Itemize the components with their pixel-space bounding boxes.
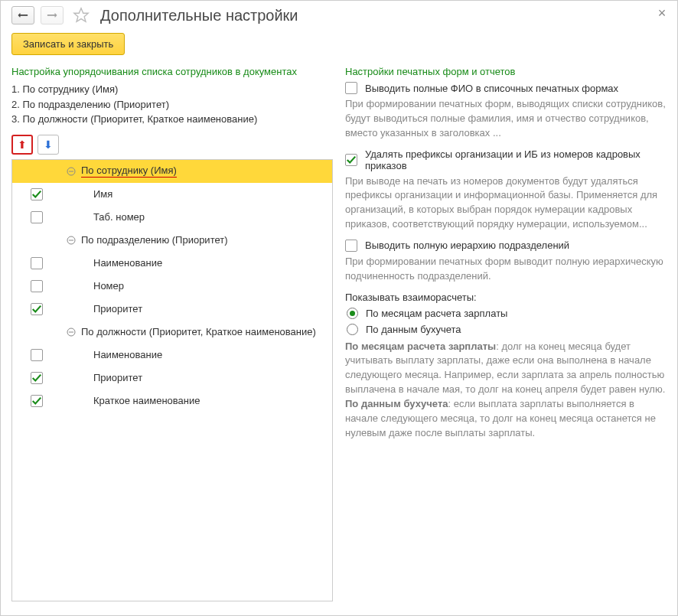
radio-by-accounting-label: По данным бухучета (366, 324, 461, 335)
delete-prefix-label: Удалять префиксы организации и ИБ из ном… (365, 148, 667, 171)
tree-item-checkbox[interactable] (31, 303, 43, 315)
arrow-down-icon: ⬇ (44, 139, 53, 150)
tree-group-label: По подразделению (Приоритет) (81, 234, 228, 246)
tree-item-label: Имя (93, 188, 112, 200)
tree-item-checkbox[interactable] (31, 280, 43, 292)
tree-item-checkbox[interactable] (31, 349, 43, 361)
full-fio-desc: При формировании печатных форм, выводящи… (345, 97, 667, 141)
tree-item-row[interactable]: Приоритет (12, 367, 332, 389)
tree-item-checkbox[interactable] (31, 211, 43, 223)
tree-item-row[interactable]: Имя (12, 183, 332, 206)
tree-item-label: Приоритет (93, 303, 142, 315)
tree-item-label: Наименование (93, 349, 162, 360)
hierarchy-checkbox[interactable] (345, 240, 357, 252)
tree-item-row[interactable]: Краткое наименование (12, 389, 332, 412)
tree-item-label: Наименование (93, 257, 162, 269)
svg-marker-0 (74, 8, 88, 21)
favorite-star-icon[interactable] (71, 5, 91, 25)
sort-tree[interactable]: По сотруднику (Имя)ИмяТаб. номерПо подра… (11, 159, 333, 602)
right-section-title: Настройки печатных форм и отчетов (345, 66, 667, 77)
tree-group-label: По должности (Приоритет, Краткое наимено… (81, 326, 316, 337)
radio-by-accounting[interactable] (347, 324, 358, 335)
tree-item-checkbox[interactable] (31, 372, 43, 384)
tree-item-row[interactable]: Наименование (12, 344, 332, 367)
radio-by-month-label: По месяцам расчета зарплаты (366, 308, 507, 319)
tree-item-label: Таб. номер (93, 211, 145, 223)
ordering-line-2: 2. По подразделению (Приоритет) (11, 97, 333, 112)
tree-item-checkbox[interactable] (31, 257, 43, 269)
tree-group-label: По сотруднику (Имя) (81, 165, 177, 178)
tree-item-label: Приоритет (93, 372, 142, 383)
collapse-icon[interactable] (66, 327, 77, 337)
radio-by-month[interactable] (347, 308, 358, 319)
save-close-button[interactable]: Записать и закрыть (11, 33, 125, 55)
hierarchy-label: Выводить полную иерархию подразделений (365, 240, 569, 251)
tree-item-row[interactable]: Таб. номер (12, 206, 332, 229)
tree-item-label: Краткое наименование (93, 395, 200, 406)
close-icon[interactable]: × (654, 5, 670, 21)
tree-item-label: Номер (93, 280, 124, 292)
tree-group-row[interactable]: По должности (Приоритет, Краткое наимено… (12, 321, 332, 344)
move-up-button[interactable]: ⬆ (11, 135, 33, 155)
tree-group-row[interactable]: По подразделению (Приоритет) (12, 229, 332, 252)
delete-prefix-desc: При выводе на печать из номеров документ… (345, 174, 667, 232)
ordering-line-3: 3. По должности (Приоритет, Краткое наим… (11, 112, 333, 127)
tree-item-checkbox[interactable] (31, 188, 43, 200)
arrow-right-icon: 🠖 (47, 10, 57, 21)
tree-group-row[interactable]: По сотруднику (Имя) (12, 160, 332, 183)
left-section-title: Настройка упорядочивания списка сотрудни… (11, 66, 333, 77)
collapse-icon[interactable] (66, 235, 77, 246)
ordering-line-1: 1. По сотруднику (Имя) (11, 82, 333, 97)
nav-forward-button[interactable]: 🠖 (41, 6, 64, 24)
tree-item-row[interactable]: Номер (12, 275, 332, 298)
tree-item-row[interactable]: Приоритет (12, 298, 332, 321)
nav-back-button[interactable]: 🠔 (11, 6, 34, 24)
full-fio-checkbox[interactable] (345, 82, 357, 94)
mutual-title: Показывать взаиморасчеты: (345, 292, 667, 303)
window-title: Дополнительные настройки (100, 7, 298, 24)
collapse-icon[interactable] (66, 166, 77, 177)
tree-item-checkbox[interactable] (31, 395, 43, 407)
full-fio-label: Выводить полные ФИО в списочных печатных… (365, 83, 618, 94)
arrow-left-icon: 🠔 (18, 10, 28, 21)
delete-prefix-checkbox[interactable] (345, 154, 357, 166)
mutual-info: По месяцам расчета зарплаты: долг на кон… (345, 340, 667, 441)
arrow-up-icon: ⬆ (18, 139, 27, 150)
hierarchy-desc: При формировании печатных форм выводит п… (345, 255, 667, 284)
tree-item-row[interactable]: Наименование (12, 252, 332, 275)
move-down-button[interactable]: ⬇ (37, 135, 59, 155)
